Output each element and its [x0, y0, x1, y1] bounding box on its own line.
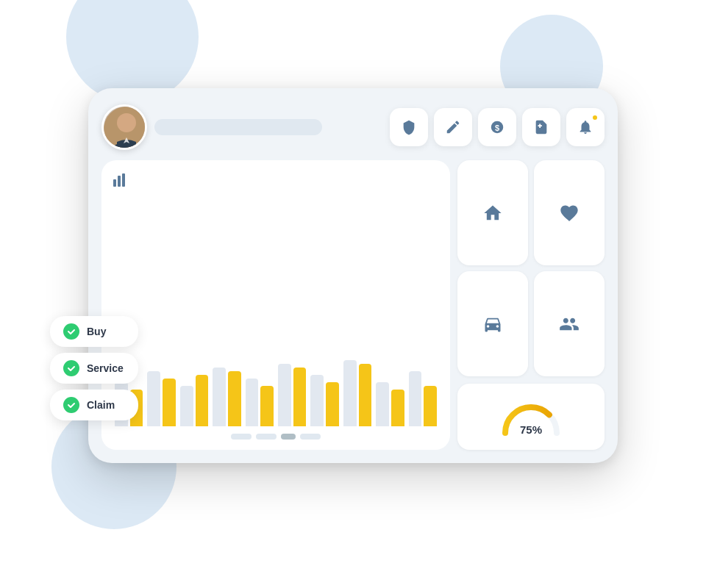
chart-pagination: [112, 434, 440, 440]
legend-card-service: Service: [50, 353, 138, 384]
life-insurance-card[interactable]: [534, 271, 605, 376]
bar-yellow-3: [228, 371, 241, 426]
bar-group-5: [278, 364, 306, 426]
bar-yellow-9: [424, 386, 437, 426]
notification-button[interactable]: [566, 108, 605, 146]
bar-yellow-4: [260, 386, 274, 426]
chart-dot-1[interactable]: [256, 434, 277, 440]
bar-yellow-8: [391, 390, 404, 426]
bar-group-6: [310, 375, 338, 426]
chart-dot-2[interactable]: [281, 434, 296, 440]
gauge-container: 75%: [498, 398, 564, 436]
avatar-image: [104, 107, 147, 150]
svg-rect-5: [113, 179, 116, 187]
bar-group-2: [180, 375, 208, 426]
chart-title-icon: [112, 171, 440, 191]
dollar-icon: $: [489, 119, 505, 135]
legend-label-claim: Claim: [87, 399, 115, 411]
chart-dot-3[interactable]: [300, 434, 321, 440]
svg-rect-6: [118, 176, 121, 187]
bar-gray-6: [310, 375, 324, 426]
heart-icon: [559, 203, 580, 223]
bar-group-1: [147, 371, 175, 426]
gauge-value: 75%: [520, 423, 542, 436]
shield-icon: [401, 119, 417, 135]
shield-button[interactable]: [390, 108, 428, 146]
payment-button[interactable]: $: [478, 108, 516, 146]
bar-yellow-5: [293, 368, 307, 426]
bar-chart-icon: [112, 171, 129, 188]
svg-text:$: $: [495, 123, 499, 132]
car-icon: [482, 314, 503, 334]
bar-gray-9: [409, 371, 422, 426]
bar-yellow-6: [326, 382, 339, 426]
bar-group-4: [246, 379, 274, 426]
bar-gray-2: [180, 386, 193, 426]
bar-gray-7: [343, 360, 357, 426]
file-plus-icon: [533, 119, 549, 135]
deco-circle-top-left: [66, 0, 199, 103]
avatar: [101, 104, 147, 150]
action-icons: $: [390, 101, 605, 153]
health-insurance-card[interactable]: [534, 160, 605, 265]
home-insurance-card[interactable]: [457, 160, 528, 265]
bar-yellow-1: [163, 379, 176, 426]
add-file-button[interactable]: [522, 108, 560, 146]
insurance-grid: [457, 160, 605, 376]
legend-label-buy: Buy: [87, 326, 106, 337]
svg-rect-7: [122, 173, 125, 187]
bar-group-9: [409, 371, 437, 426]
right-panel: 75%: [457, 160, 605, 450]
legend-card-buy: Buy: [50, 316, 138, 347]
bar-yellow-2: [196, 375, 209, 426]
top-section: $: [101, 101, 605, 153]
bar-group-8: [376, 382, 404, 426]
home-icon: [482, 203, 503, 223]
svg-point-2: [117, 113, 136, 132]
main-content: 75%: [101, 160, 605, 450]
checkmark-svg: [67, 401, 76, 409]
legend-label-service: Service: [87, 362, 124, 374]
pencil-icon: [445, 119, 461, 135]
legend-container: BuyServiceClaim: [50, 316, 138, 420]
tablet-frame: $: [88, 88, 618, 463]
edit-button[interactable]: [434, 108, 472, 146]
auto-insurance-card[interactable]: [457, 271, 528, 376]
check-icon-claim: [63, 397, 79, 413]
name-bar: [154, 119, 322, 135]
bar-gray-8: [376, 382, 389, 426]
chart-dot-0[interactable]: [231, 434, 252, 440]
checkmark-svg: [67, 327, 76, 336]
chart-panel: [101, 160, 450, 450]
check-icon-service: [63, 360, 79, 376]
family-icon: [559, 314, 580, 334]
notification-dot: [591, 114, 599, 121]
check-icon-buy: [63, 323, 79, 340]
bar-gray-5: [278, 364, 291, 426]
bar-gray-4: [246, 379, 259, 426]
bell-icon: [577, 119, 593, 135]
bar-yellow-7: [359, 364, 372, 426]
checkmark-svg: [67, 364, 76, 373]
legend-card-claim: Claim: [50, 390, 138, 420]
bar-group-3: [213, 368, 240, 426]
chart-area: [112, 197, 440, 426]
bar-gray-3: [213, 368, 226, 426]
gauge-card: 75%: [457, 384, 605, 450]
avatar-section: [101, 101, 322, 153]
bar-group-7: [343, 360, 371, 426]
bar-gray-1: [147, 371, 160, 426]
